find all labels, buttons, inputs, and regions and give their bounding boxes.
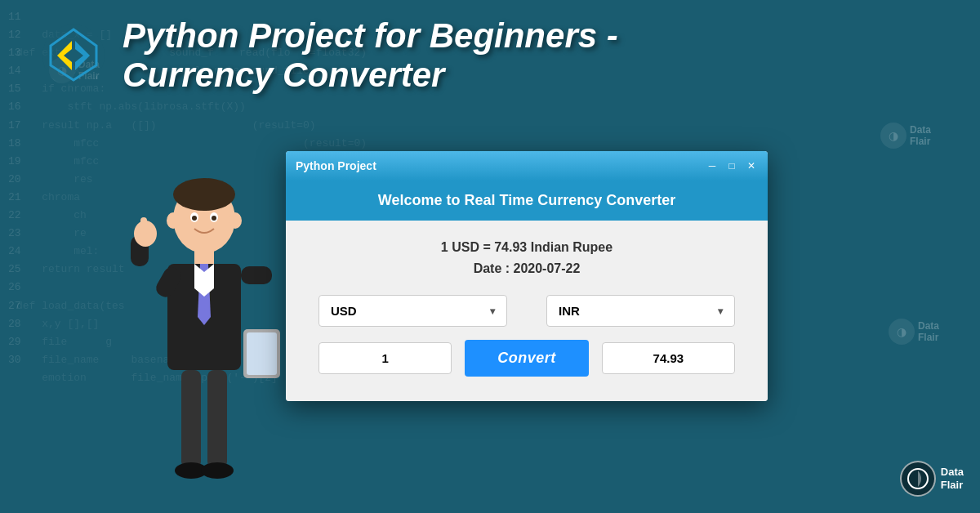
- dataflair-circle-icon: [900, 461, 936, 497]
- line-numbers: 1112131415161718192021222324252627282930: [0, 0, 21, 377]
- currency-selects-row: USD ▾ INR ▾: [318, 295, 735, 327]
- minimize-button[interactable]: ─: [706, 159, 719, 172]
- rate-line1: 1 USD = 74.93 Indian Rupee: [318, 237, 735, 258]
- dataflair-brand-text: Data Flair: [941, 466, 964, 491]
- svg-point-9: [212, 216, 216, 221]
- watermark-mid-right: ◑ DataFlair: [889, 319, 939, 345]
- svg-point-26: [201, 462, 234, 479]
- svg-point-5: [173, 178, 235, 211]
- rate-info: 1 USD = 74.93 Indian Rupee Date : 2020-0…: [318, 237, 735, 279]
- convert-button[interactable]: Convert: [465, 340, 589, 377]
- svg-rect-18: [241, 266, 272, 284]
- close-button[interactable]: ✕: [745, 159, 758, 172]
- dataflair-logo-br: Data Flair: [900, 461, 964, 497]
- from-currency-select[interactable]: USD ▾: [318, 295, 507, 327]
- to-value-input[interactable]: [602, 342, 735, 374]
- page-title: Python Project for Beginners - Currency …: [122, 16, 618, 96]
- header-banner-text: Welcome to Real Time Currency Converter: [378, 192, 675, 208]
- header-area: Python Project for Beginners - Currency …: [41, 16, 939, 96]
- to-value-wrapper: [602, 342, 735, 374]
- dataflair-logo: [41, 23, 106, 88]
- watermark-top-right: ◑ DataFlair: [880, 123, 931, 149]
- svg-rect-23: [181, 370, 201, 468]
- title-line2: Currency Converter: [122, 56, 444, 94]
- window-header-banner: Welcome to Real Time Currency Converter: [286, 181, 768, 221]
- svg-point-10: [167, 212, 180, 229]
- from-currency-chevron-icon: ▾: [490, 306, 495, 317]
- window-body: 1 USD = 74.93 Indian Rupee Date : 2020-0…: [286, 221, 768, 401]
- brand-name-line1: Data: [941, 466, 964, 478]
- brand-name-line2: Flair: [941, 479, 963, 491]
- from-currency-label: USD: [331, 304, 357, 318]
- svg-rect-20: [140, 217, 147, 235]
- app-window: Python Project ─ □ ✕ Welcome to Real Tim…: [286, 151, 768, 401]
- maximize-button[interactable]: □: [725, 159, 738, 172]
- character-figure: [122, 170, 286, 513]
- window-controls: ─ □ ✕: [706, 159, 758, 172]
- to-currency-select[interactable]: INR ▾: [546, 295, 735, 327]
- title-line1: Python Project for Beginners -: [122, 16, 618, 55]
- window-titlebar: Python Project ─ □ ✕: [286, 151, 768, 181]
- svg-rect-24: [207, 370, 227, 468]
- to-currency-chevron-icon: ▾: [718, 306, 723, 317]
- to-currency-label: INR: [559, 304, 580, 318]
- svg-rect-22: [247, 332, 277, 375]
- svg-point-8: [192, 216, 197, 221]
- from-value-input[interactable]: [318, 342, 452, 374]
- svg-point-11: [229, 212, 242, 229]
- rate-line2: Date : 2020-07-22: [318, 258, 735, 279]
- window-title: Python Project: [296, 159, 376, 172]
- from-value-wrapper: [318, 342, 452, 374]
